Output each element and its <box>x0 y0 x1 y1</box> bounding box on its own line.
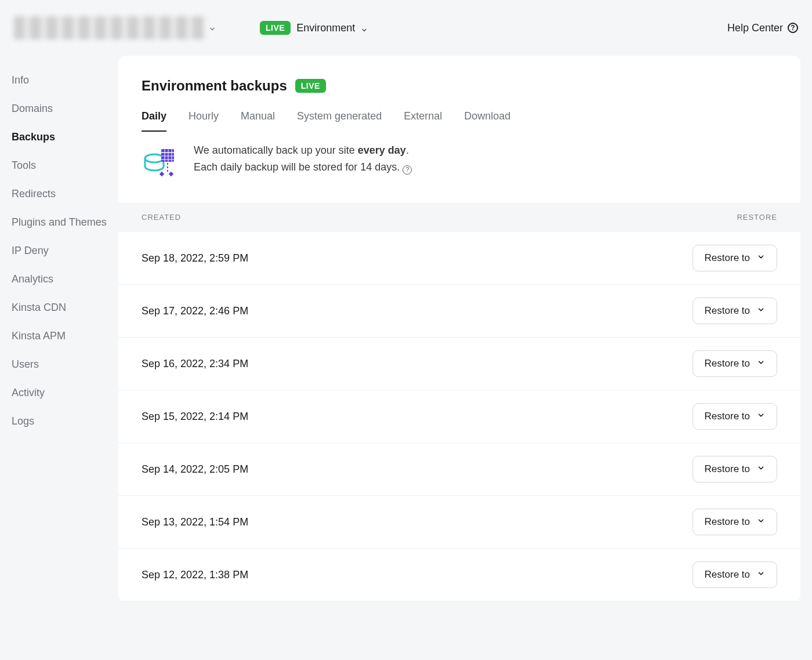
restore-to-button[interactable]: Restore to <box>693 509 777 535</box>
chevron-down-icon <box>757 411 765 422</box>
restore-button-label: Restore to <box>705 252 750 264</box>
info-line1-c: . <box>406 144 409 156</box>
environment-selector[interactable]: LIVE Environment <box>260 21 368 35</box>
restore-button-label: Restore to <box>705 358 750 369</box>
created-cell: Sep 13, 2022, 1:54 PM <box>142 516 248 528</box>
table-row: Sep 18, 2022, 2:59 PMRestore to <box>118 232 800 285</box>
live-badge: LIVE <box>260 21 291 35</box>
page-title: Environment backups <box>142 78 287 94</box>
restore-to-button[interactable]: Restore to <box>693 245 777 271</box>
sidebar-item-users[interactable]: Users <box>0 350 118 379</box>
created-cell: Sep 17, 2022, 2:46 PM <box>142 305 248 317</box>
sidebar-item-kinsta-apm[interactable]: Kinsta APM <box>0 322 118 350</box>
chevron-down-icon <box>757 305 765 317</box>
sidebar-item-label: Plugins and Themes <box>12 216 107 228</box>
restore-button-label: Restore to <box>705 305 750 317</box>
chevron-down-icon <box>757 358 765 369</box>
help-center-label: Help Center <box>727 22 783 34</box>
sidebar-item-label: Domains <box>12 103 53 114</box>
tab-external[interactable]: External <box>404 110 442 132</box>
sidebar-item-redirects[interactable]: Redirects <box>0 180 118 208</box>
sidebar: InfoDomainsBackupsToolsRedirectsPlugins … <box>0 56 118 436</box>
site-name-redacted <box>14 16 205 39</box>
restore-to-button[interactable]: Restore to <box>693 403 777 430</box>
sidebar-item-label: Redirects <box>12 188 56 200</box>
col-created: CREATED <box>142 213 181 222</box>
restore-button-label: Restore to <box>705 411 750 422</box>
tab-system-generated[interactable]: System generated <box>297 110 382 132</box>
created-cell: Sep 15, 2022, 2:14 PM <box>142 411 248 423</box>
svg-rect-9 <box>160 172 164 176</box>
chevron-down-icon <box>209 24 216 31</box>
layout: InfoDomainsBackupsToolsRedirectsPlugins … <box>0 56 812 601</box>
environment-label: Environment <box>296 22 355 34</box>
sidebar-item-plugins-and-themes[interactable]: Plugins and Themes <box>0 208 118 237</box>
sidebar-item-ip-deny[interactable]: IP Deny <box>0 237 118 265</box>
created-cell: Sep 18, 2022, 2:59 PM <box>142 252 248 264</box>
info-line1-b: every day <box>358 144 406 156</box>
table-row: Sep 14, 2022, 2:05 PMRestore to <box>118 443 800 496</box>
panel-header: Environment backups LIVE <box>118 56 800 100</box>
sidebar-item-label: Info <box>12 74 29 86</box>
restore-to-button[interactable]: Restore to <box>693 456 777 483</box>
help-center-link[interactable]: Help Center ? <box>727 22 798 34</box>
info-line2: Each daily backup will be stored for 14 … <box>194 161 400 173</box>
restore-button-label: Restore to <box>705 463 750 475</box>
sidebar-item-label: Backups <box>12 131 55 143</box>
restore-to-button[interactable]: Restore to <box>693 350 777 377</box>
tab-download[interactable]: Download <box>464 110 510 132</box>
created-cell: Sep 14, 2022, 2:05 PM <box>142 463 248 476</box>
table-row: Sep 13, 2022, 1:54 PMRestore to <box>118 496 800 549</box>
table-header: CREATED RESTORE <box>118 202 800 232</box>
svg-point-0 <box>145 154 164 162</box>
sidebar-item-label: Users <box>12 358 39 370</box>
site-selector[interactable] <box>14 16 234 39</box>
tab-hourly[interactable]: Hourly <box>188 110 219 132</box>
restore-to-button[interactable]: Restore to <box>693 298 777 324</box>
topbar: LIVE Environment Help Center ? <box>0 0 812 56</box>
chevron-down-icon <box>757 569 765 581</box>
table-row: Sep 12, 2022, 1:38 PMRestore to <box>118 549 800 601</box>
table-body: Sep 18, 2022, 2:59 PMRestore toSep 17, 2… <box>118 232 800 601</box>
svg-rect-1 <box>161 149 174 162</box>
sidebar-item-activity[interactable]: Activity <box>0 379 118 407</box>
sidebar-item-label: Kinsta CDN <box>12 302 66 313</box>
sidebar-item-backups[interactable]: Backups <box>0 123 118 151</box>
sidebar-item-kinsta-cdn[interactable]: Kinsta CDN <box>0 293 118 322</box>
chevron-down-icon <box>757 516 765 528</box>
main-panel: Environment backups LIVE DailyHourlyManu… <box>118 56 800 601</box>
sidebar-item-analytics[interactable]: Analytics <box>0 265 118 293</box>
sidebar-item-label: Logs <box>12 415 34 427</box>
created-cell: Sep 16, 2022, 2:34 PM <box>142 358 248 370</box>
info-line1-a: We automatically back up your site <box>194 144 358 156</box>
help-tooltip-icon[interactable]: ? <box>403 165 412 175</box>
chevron-down-icon <box>757 463 765 475</box>
tabs: DailyHourlyManualSystem generatedExterna… <box>118 100 800 132</box>
sidebar-item-domains[interactable]: Domains <box>0 95 118 123</box>
chevron-down-icon <box>361 24 368 31</box>
table-row: Sep 17, 2022, 2:46 PMRestore to <box>118 285 800 338</box>
sidebar-item-tools[interactable]: Tools <box>0 151 118 180</box>
restore-button-label: Restore to <box>705 569 750 581</box>
sidebar-item-label: Tools <box>12 159 36 171</box>
backup-schedule-icon <box>142 142 179 179</box>
sidebar-item-logs[interactable]: Logs <box>0 407 118 436</box>
sidebar-item-label: Analytics <box>12 273 53 285</box>
col-restore: RESTORE <box>737 213 777 222</box>
tab-manual[interactable]: Manual <box>241 110 275 132</box>
help-icon: ? <box>788 23 798 33</box>
chevron-down-icon <box>757 252 765 264</box>
table-row: Sep 15, 2022, 2:14 PMRestore to <box>118 390 800 443</box>
tab-daily[interactable]: Daily <box>142 110 166 132</box>
sidebar-item-label: IP Deny <box>12 245 49 256</box>
table-row: Sep 16, 2022, 2:34 PMRestore to <box>118 338 800 390</box>
restore-to-button[interactable]: Restore to <box>693 561 777 588</box>
live-badge: LIVE <box>295 79 326 93</box>
info-text: We automatically back up your site every… <box>194 142 412 176</box>
sidebar-item-info[interactable]: Info <box>0 66 118 95</box>
svg-rect-10 <box>169 172 173 176</box>
sidebar-item-label: Kinsta APM <box>12 330 66 342</box>
created-cell: Sep 12, 2022, 1:38 PM <box>142 569 248 581</box>
info-row: We automatically back up your site every… <box>118 132 800 202</box>
restore-button-label: Restore to <box>705 516 750 528</box>
